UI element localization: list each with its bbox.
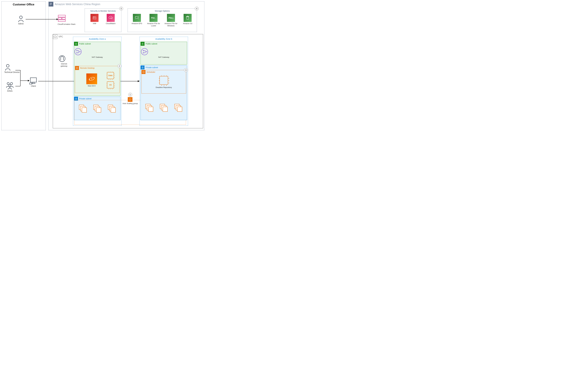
connector	[15, 70, 20, 70]
svg-rect-33	[76, 67, 78, 69]
vpc-title: VPC	[59, 36, 63, 38]
svg-rect-71	[142, 44, 143, 45]
user-icon	[18, 15, 24, 22]
artists-users: Artists	[6, 82, 14, 92]
connector	[15, 86, 20, 86]
svg-point-29	[77, 52, 77, 53]
svg-rect-10	[58, 15, 65, 17]
lock-icon	[74, 42, 78, 46]
cloudwatch-item: CloudWatch	[106, 14, 115, 25]
c5-instance: C5	[107, 82, 114, 88]
nat-label: NAT Gateway	[74, 56, 120, 58]
fsx-windows-item: FSx Amazon FSx for Windows	[164, 14, 178, 27]
scheduler-box: 3 Scheduler	[142, 70, 186, 94]
asg-label: Auto Scaling group	[123, 102, 138, 105]
storage-title: Storage Options	[128, 9, 197, 13]
svg-text:FSx: FSx	[151, 17, 155, 19]
nice-dcv-item: Nice DCV	[77, 73, 107, 87]
badge-5: 5	[119, 7, 123, 11]
instances-b	[141, 100, 187, 113]
client-label: Client	[29, 85, 38, 87]
svg-rect-12	[62, 18, 65, 19]
nat-icon	[141, 48, 148, 56]
iam-item: IAM	[90, 14, 99, 25]
fsx-lustre-item: FSx⟋ Amazon FSx for Lustre	[147, 14, 160, 27]
public-subnet-label: Public subnet	[146, 43, 157, 45]
chip-icon	[75, 66, 79, 70]
svg-text:FSx: FSx	[168, 17, 172, 19]
cloudwatch-label: CloudWatch	[106, 22, 115, 25]
badge-2: 2	[118, 64, 121, 68]
svg-rect-69	[76, 99, 77, 100]
cloudformation-item: CloudFormation Stack	[58, 14, 76, 25]
svg-point-44	[89, 79, 90, 80]
az-a-title: Availability Zone a	[73, 37, 121, 41]
admin-user: Admin	[18, 15, 24, 25]
fsx-lustre-label: Amazon FSx for Lustre	[147, 22, 160, 27]
svg-text:⟋: ⟋	[155, 18, 156, 19]
public-subnet-label: Public subnet	[79, 43, 91, 45]
svg-rect-23	[172, 18, 173, 19]
scheduler-label: Scheduler	[147, 71, 155, 73]
chip-icon	[142, 70, 146, 74]
svg-rect-26	[76, 44, 77, 45]
private-subnet-label: Private subnet	[79, 98, 92, 100]
svg-point-43	[91, 78, 92, 79]
aws-region-box: Amazon Web Services China Region CloudFo…	[48, 1, 204, 130]
svg-rect-14	[93, 17, 96, 19]
az-b-public-subnet: Public subnet NAT Gateway	[141, 42, 187, 64]
nat-icon	[74, 48, 82, 56]
badge-4: 4	[195, 7, 199, 11]
asg-icon-container: Auto Scaling group	[123, 97, 138, 105]
instance-stack	[160, 104, 168, 111]
svg-point-18	[110, 18, 111, 19]
iam-icon	[90, 14, 99, 22]
svg-rect-11	[58, 18, 62, 19]
customer-office-box: Customer Office Admin Technical Director	[1, 1, 46, 130]
svg-rect-79	[143, 71, 144, 73]
lock-icon	[141, 65, 145, 69]
s3-label: Amazon S3	[181, 22, 194, 25]
s3-icon	[184, 14, 192, 22]
td-label: Technical Director	[4, 71, 20, 73]
customer-office-title: Customer Office	[1, 1, 46, 7]
asg-icon	[128, 97, 132, 102]
nat-gateway-b: NAT Gateway	[141, 48, 187, 58]
efs-icon	[133, 14, 141, 22]
cloud-icon	[53, 35, 57, 39]
svg-rect-78	[142, 67, 143, 68]
igw-label: Internet gateway	[59, 63, 70, 67]
az-a-public-subnet: Public subnet NAT Gateway	[74, 42, 121, 96]
gateway-icon	[59, 55, 66, 62]
monitor-icon	[29, 77, 38, 85]
svg-point-73	[143, 50, 144, 51]
users-icon	[6, 82, 14, 89]
cloudwatch-icon	[107, 14, 115, 22]
private-subnet-label: Private subnet	[146, 66, 158, 69]
efs-label: Amazon EFS	[131, 22, 143, 25]
nat-label: NAT Gateway	[141, 56, 187, 58]
fsx-windows-icon: FSx	[167, 14, 175, 22]
c5-label: C5	[109, 84, 112, 86]
iam-label: IAM	[90, 22, 99, 25]
deadline-icon	[159, 76, 168, 85]
admin-label: Admin	[18, 22, 24, 25]
availability-zone-b: Availability Zone b Public subnet	[140, 37, 188, 126]
instance-stack	[174, 104, 182, 111]
remote-desktop-label: Remote Desktop	[80, 67, 94, 69]
g4dn-label: G4dn	[108, 75, 113, 77]
region-header: Amazon Web Services China Region	[49, 1, 204, 6]
svg-point-1	[6, 64, 9, 67]
svg-point-0	[20, 16, 22, 19]
badge-3: 3	[184, 68, 188, 72]
badge-1: 1	[128, 93, 132, 97]
deadline-label: Deadline Repository	[142, 86, 186, 88]
svg-point-2	[7, 83, 9, 85]
storage-options-box: 4 Storage Options Amazon EFS FSx⟋ Amazon…	[127, 8, 197, 32]
svg-rect-5	[30, 78, 36, 82]
s3-item: Amazon S3	[181, 14, 194, 27]
client-computer: Client	[29, 77, 38, 87]
efs-item: Amazon EFS	[131, 14, 143, 27]
az-b-title: Availability Zone b	[140, 37, 188, 41]
architecture-diagram: Customer Office Admin Technical Director	[1, 1, 205, 133]
